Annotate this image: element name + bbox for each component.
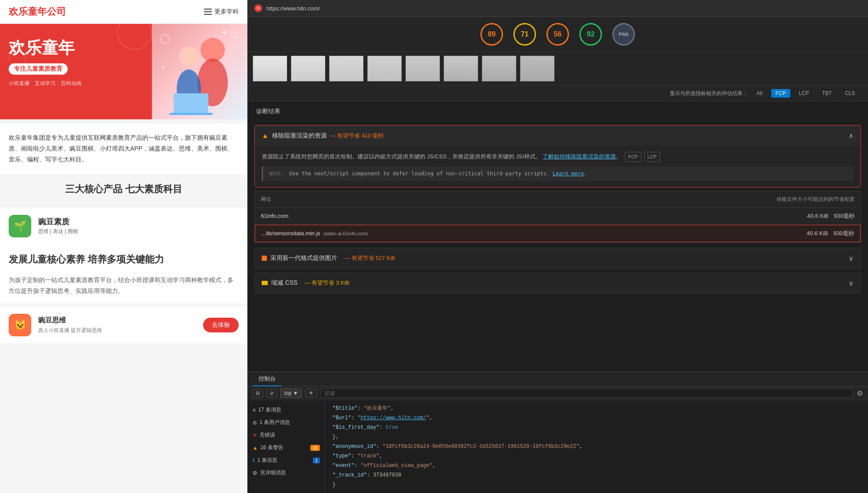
all-messages-icon: ≡ (253, 407, 256, 413)
filter-all[interactable]: All (752, 89, 766, 98)
filter-tbt[interactable]: TBT (818, 89, 836, 98)
console-panel: 控制台 ⊞ ⊘ top ▼ 👁 ⚙ ≡ 17 条消息 ⊘ 1 条用 (247, 371, 868, 493)
mobile-logo: 欢乐童年公司 (9, 5, 66, 18)
console-line: "event": "officialweb_view_page", (332, 462, 861, 470)
filter-fcp[interactable]: FCP (771, 89, 790, 98)
console-line: }, (332, 433, 861, 441)
info-count: 1 (313, 457, 320, 463)
thumbnail-2 (291, 56, 326, 82)
console-body: ≡ 17 条消息 ⊘ 1 条用户消息 ✕ 无错误 ▲ 16 条警告 16 (247, 400, 868, 493)
errors-icon: ✕ (253, 432, 257, 438)
diag-tags: FCP LCP (625, 152, 660, 162)
product-desc: 为孩子定制的一站式儿童素质教育平台，结合小班授课和互动学习两种教学模式，多方位提… (0, 275, 247, 303)
console-layout-btn[interactable]: ⊞ (253, 389, 263, 398)
verbose-label: 无详细消息 (260, 469, 286, 477)
resource-table-header: 网址 传输文件大小 可能达到的节省程度 (255, 191, 861, 208)
svg-rect-4 (174, 93, 208, 114)
main-content: 诊断结果 ▲ 移除阻塞渲染的资源 — 有望节省 410 毫秒 ∧ 资源阻止了系统… (247, 102, 868, 371)
mobile-hero: 欢乐童年 专注儿童素质教育 小班直播 互动学习 百科动画 (0, 24, 247, 119)
svg-point-0 (201, 38, 225, 62)
mobile-about: 欢乐童年集团是专为儿童提供互联网素质教育产品的一站式平台，旗下拥有豌豆素质、画啦… (0, 124, 247, 174)
console-sidebar-all[interactable]: ≡ 17 条消息 (247, 404, 325, 416)
diag-row-css: 缩减 CSS — 有望节省 3 KiB ∨ (254, 273, 861, 294)
filter-bar: 显示与所选指标相关的评估结果： All FCP LCP TBT CLS (247, 85, 868, 102)
trial-button[interactable]: 去体验 (203, 318, 239, 332)
tag-lcp: LCP (644, 152, 660, 162)
table-row-highlighted: ...lib/sensorsdata.min.js (static-ai.61i… (255, 225, 861, 242)
diag-row-header-2: 缩减 CSS — 有望节省 3 KiB ∨ (255, 273, 861, 293)
filter-cls[interactable]: CLS (841, 89, 859, 98)
console-sidebar-verbose[interactable]: ⚙ 无详细消息 (247, 467, 325, 479)
row-url-1: 61info.com (261, 213, 807, 219)
svg-point-2 (179, 47, 198, 66)
menu-label: 更多学科 (214, 8, 239, 16)
score-best-practices: 56 (546, 23, 569, 46)
section-title: 诊断结果 (247, 102, 868, 122)
svg-point-6 (161, 35, 169, 43)
filter-lcp[interactable]: LCP (795, 89, 813, 98)
diag-row-toggle-2[interactable]: ∨ (848, 279, 854, 287)
score-accessibility: 71 (513, 23, 536, 46)
score-seo: 92 (579, 23, 602, 46)
errors-label: 无错误 (260, 431, 275, 439)
console-url-link[interactable]: https://www.hltn.com/ (361, 415, 426, 421)
mobile-menu[interactable]: 更多学科 (204, 8, 239, 16)
console-sidebar-user[interactable]: ⊘ 1 条用户消息 (247, 416, 325, 429)
diag-desc: 资源阻止了系统对您网页的首次绘制。建议以内嵌方式提供关键的 JS/CSS，并推迟… (262, 152, 854, 162)
diag-note: NEXT: Use the next/script component to d… (262, 166, 854, 181)
console-settings-btn[interactable]: ⚙ (857, 389, 863, 398)
all-messages-label: 17 条消息 (258, 406, 281, 414)
left-mobile-preview: 欢乐童年公司 更多学科 欢乐童年 专注儿童素质教育 小班直播 互动学习 百科动画 (0, 0, 247, 493)
console-line: "type": "track", (332, 452, 861, 460)
thumbnail-5 (405, 56, 440, 82)
console-eye-btn[interactable]: 👁 (306, 389, 317, 398)
info-label: 1 条信息 (257, 457, 277, 464)
favicon: H (254, 4, 262, 12)
diag-learn-link[interactable]: 了解如何移除阻塞渲染的资源 (542, 153, 616, 160)
col-url: 网址 (261, 196, 776, 203)
console-filter-input[interactable] (320, 388, 853, 398)
console-clear-btn[interactable]: ⊘ (266, 389, 277, 398)
diag-toggle-icon[interactable]: ∧ (848, 131, 854, 140)
diag-row-toggle-1[interactable]: ∨ (848, 254, 854, 263)
product-card: 🐱 豌豆思维 真人小班直播 提升逻辑思维 去体验 (0, 307, 247, 343)
product-card-icon: 🐱 (9, 314, 31, 336)
console-context-dropdown[interactable]: top ▼ (280, 388, 302, 398)
score-performance: 89 (480, 23, 503, 46)
svg-rect-5 (169, 113, 213, 115)
diag-row-header-1: 采用新一代格式提供图片 — 有望节省 527 KiB ∨ (255, 248, 861, 269)
warnings-label: 16 条警告 (260, 444, 283, 451)
diag-title: ▲ 移除阻塞渲染的资源 — 有望节省 410 毫秒 (262, 132, 384, 140)
console-tabs: 控制台 (247, 372, 868, 387)
mobile-header: 欢乐童年公司 更多学科 (0, 0, 247, 24)
svg-text:✦: ✦ (221, 29, 227, 36)
diag-row-title-1: 采用新一代格式提供图片 — 有望节省 527 KiB (262, 254, 395, 262)
filter-label: 显示与所选指标相关的评估结果： (670, 90, 748, 97)
warnings-icon: ▲ (253, 445, 258, 451)
learn-more-link[interactable]: Learn more (552, 171, 584, 177)
thumbnail-7 (482, 56, 516, 82)
diag-title-text: 移除阻塞渲染的资源 (272, 132, 327, 140)
hero-image: ✦ ✦ (152, 24, 247, 119)
scores-bar: 89 71 56 92 PWA (247, 17, 868, 52)
warn-square-icon (262, 256, 267, 261)
product-icon: 🌱 (9, 215, 31, 237)
table-row: 61info.com 40.6 KiB 930毫秒 (255, 208, 861, 225)
console-toolbar: ⊞ ⊘ top ▼ 👁 ⚙ (247, 387, 868, 400)
col-size: 传输文件大小 (776, 196, 808, 203)
console-sidebar: ≡ 17 条消息 ⊘ 1 条用户消息 ✕ 无错误 ▲ 16 条警告 16 (247, 400, 326, 493)
right-devtools-panel: H https://www.hitn.com/ 89 71 56 92 PWA … (247, 0, 868, 493)
diag-card-header: ▲ 移除阻塞渲染的资源 — 有望节省 410 毫秒 ∧ (255, 125, 861, 146)
diag-card-render-blocking: ▲ 移除阻塞渲染的资源 — 有望节省 410 毫秒 ∧ 资源阻止了系统对您网页的… (254, 125, 861, 187)
console-sidebar-errors[interactable]: ✕ 无错误 (247, 429, 325, 441)
score-pwa: PWA (612, 23, 635, 46)
card-name: 豌豆思维 (38, 316, 102, 325)
console-line: } (332, 481, 861, 489)
address-bar: https://www.hitn.com/ (266, 5, 320, 12)
console-sidebar-info[interactable]: ℹ 1 条信息 1 (247, 454, 325, 467)
console-sidebar-warnings[interactable]: ▲ 16 条警告 16 (247, 441, 325, 454)
console-tab[interactable]: 控制台 (253, 372, 282, 386)
product-name: 豌豆素质 (38, 217, 78, 227)
resource-table: 网址 传输文件大小 可能达到的节省程度 61info.com 40.6 KiB … (254, 191, 861, 243)
hamburger-icon (204, 9, 212, 15)
